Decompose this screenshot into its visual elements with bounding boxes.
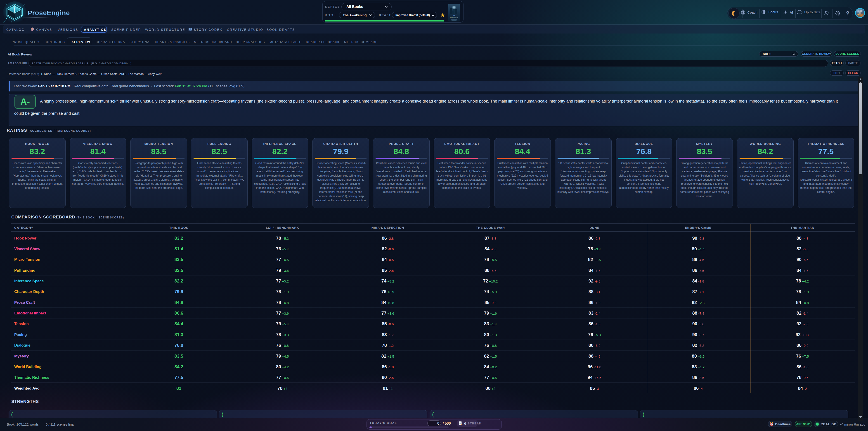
svg-text:THE: THE (453, 15, 456, 17)
svg-text:AWAKENING: AWAKENING (450, 17, 458, 19)
